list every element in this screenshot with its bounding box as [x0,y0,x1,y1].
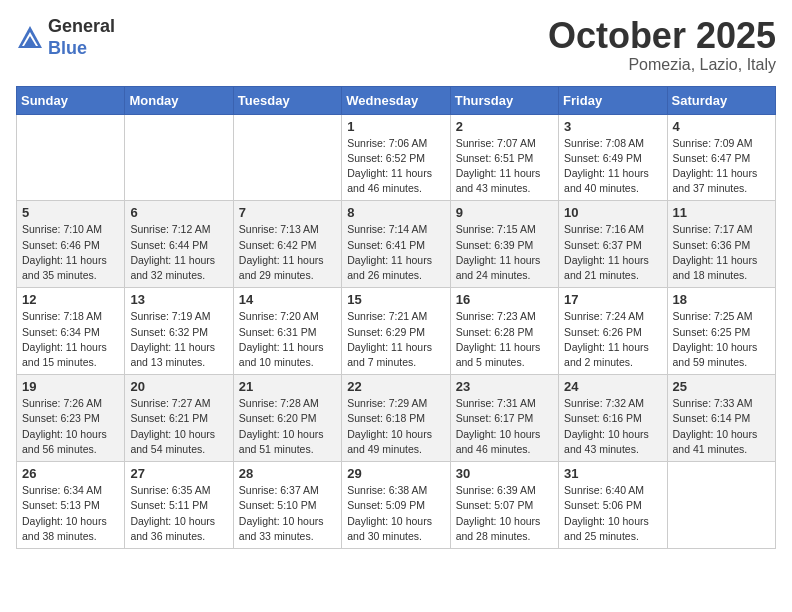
location-subtitle: Pomezia, Lazio, Italy [548,56,776,74]
day-info: Sunrise: 6:40 AMSunset: 5:06 PMDaylight:… [564,483,661,544]
day-info: Sunrise: 7:20 AMSunset: 6:31 PMDaylight:… [239,309,336,370]
weekday-header: Friday [559,86,667,114]
month-title: October 2025 [548,16,776,56]
day-number: 18 [673,292,770,307]
calendar-table: SundayMondayTuesdayWednesdayThursdayFrid… [16,86,776,549]
calendar-cell: 10Sunrise: 7:16 AMSunset: 6:37 PMDayligh… [559,201,667,288]
day-number: 31 [564,466,661,481]
day-number: 17 [564,292,661,307]
calendar-cell: 21Sunrise: 7:28 AMSunset: 6:20 PMDayligh… [233,375,341,462]
calendar-cell: 24Sunrise: 7:32 AMSunset: 6:16 PMDayligh… [559,375,667,462]
day-number: 19 [22,379,119,394]
calendar-cell: 29Sunrise: 6:38 AMSunset: 5:09 PMDayligh… [342,462,450,549]
calendar-cell: 16Sunrise: 7:23 AMSunset: 6:28 PMDayligh… [450,288,558,375]
day-info: Sunrise: 7:17 AMSunset: 6:36 PMDaylight:… [673,222,770,283]
day-info: Sunrise: 7:09 AMSunset: 6:47 PMDaylight:… [673,136,770,197]
day-info: Sunrise: 7:23 AMSunset: 6:28 PMDaylight:… [456,309,553,370]
weekday-header: Tuesday [233,86,341,114]
calendar-cell [17,114,125,201]
calendar-cell: 23Sunrise: 7:31 AMSunset: 6:17 PMDayligh… [450,375,558,462]
day-info: Sunrise: 7:10 AMSunset: 6:46 PMDaylight:… [22,222,119,283]
day-info: Sunrise: 7:21 AMSunset: 6:29 PMDaylight:… [347,309,444,370]
day-info: Sunrise: 7:06 AMSunset: 6:52 PMDaylight:… [347,136,444,197]
day-number: 7 [239,205,336,220]
calendar-week-row: 26Sunrise: 6:34 AMSunset: 5:13 PMDayligh… [17,462,776,549]
day-info: Sunrise: 7:14 AMSunset: 6:41 PMDaylight:… [347,222,444,283]
day-info: Sunrise: 7:31 AMSunset: 6:17 PMDaylight:… [456,396,553,457]
calendar-week-row: 1Sunrise: 7:06 AMSunset: 6:52 PMDaylight… [17,114,776,201]
day-number: 30 [456,466,553,481]
day-number: 11 [673,205,770,220]
day-number: 27 [130,466,227,481]
day-number: 13 [130,292,227,307]
calendar-cell: 17Sunrise: 7:24 AMSunset: 6:26 PMDayligh… [559,288,667,375]
calendar-week-row: 19Sunrise: 7:26 AMSunset: 6:23 PMDayligh… [17,375,776,462]
day-info: Sunrise: 7:13 AMSunset: 6:42 PMDaylight:… [239,222,336,283]
day-number: 1 [347,119,444,134]
day-info: Sunrise: 7:18 AMSunset: 6:34 PMDaylight:… [22,309,119,370]
logo: General Blue [16,16,115,59]
title-block: October 2025 Pomezia, Lazio, Italy [548,16,776,74]
day-info: Sunrise: 6:39 AMSunset: 5:07 PMDaylight:… [456,483,553,544]
weekday-header: Monday [125,86,233,114]
calendar-week-row: 5Sunrise: 7:10 AMSunset: 6:46 PMDaylight… [17,201,776,288]
day-number: 29 [347,466,444,481]
calendar-cell [233,114,341,201]
day-info: Sunrise: 6:37 AMSunset: 5:10 PMDaylight:… [239,483,336,544]
calendar-cell [125,114,233,201]
calendar-cell: 20Sunrise: 7:27 AMSunset: 6:21 PMDayligh… [125,375,233,462]
calendar-header-row: SundayMondayTuesdayWednesdayThursdayFrid… [17,86,776,114]
day-info: Sunrise: 7:29 AMSunset: 6:18 PMDaylight:… [347,396,444,457]
day-info: Sunrise: 7:24 AMSunset: 6:26 PMDaylight:… [564,309,661,370]
calendar-cell: 9Sunrise: 7:15 AMSunset: 6:39 PMDaylight… [450,201,558,288]
calendar-cell: 14Sunrise: 7:20 AMSunset: 6:31 PMDayligh… [233,288,341,375]
calendar-cell: 22Sunrise: 7:29 AMSunset: 6:18 PMDayligh… [342,375,450,462]
day-info: Sunrise: 7:15 AMSunset: 6:39 PMDaylight:… [456,222,553,283]
calendar-cell: 5Sunrise: 7:10 AMSunset: 6:46 PMDaylight… [17,201,125,288]
day-number: 4 [673,119,770,134]
calendar-cell: 6Sunrise: 7:12 AMSunset: 6:44 PMDaylight… [125,201,233,288]
day-number: 15 [347,292,444,307]
calendar-cell: 4Sunrise: 7:09 AMSunset: 6:47 PMDaylight… [667,114,775,201]
day-number: 6 [130,205,227,220]
day-info: Sunrise: 7:19 AMSunset: 6:32 PMDaylight:… [130,309,227,370]
logo-icon [16,24,44,52]
day-number: 26 [22,466,119,481]
day-info: Sunrise: 7:32 AMSunset: 6:16 PMDaylight:… [564,396,661,457]
day-number: 8 [347,205,444,220]
day-info: Sunrise: 7:25 AMSunset: 6:25 PMDaylight:… [673,309,770,370]
day-info: Sunrise: 7:16 AMSunset: 6:37 PMDaylight:… [564,222,661,283]
weekday-header: Saturday [667,86,775,114]
day-number: 22 [347,379,444,394]
calendar-week-row: 12Sunrise: 7:18 AMSunset: 6:34 PMDayligh… [17,288,776,375]
calendar-cell: 25Sunrise: 7:33 AMSunset: 6:14 PMDayligh… [667,375,775,462]
calendar-cell: 13Sunrise: 7:19 AMSunset: 6:32 PMDayligh… [125,288,233,375]
day-number: 25 [673,379,770,394]
day-number: 21 [239,379,336,394]
weekday-header: Sunday [17,86,125,114]
calendar-cell: 2Sunrise: 7:07 AMSunset: 6:51 PMDaylight… [450,114,558,201]
calendar-cell: 31Sunrise: 6:40 AMSunset: 5:06 PMDayligh… [559,462,667,549]
day-number: 9 [456,205,553,220]
calendar-cell: 15Sunrise: 7:21 AMSunset: 6:29 PMDayligh… [342,288,450,375]
day-number: 5 [22,205,119,220]
day-info: Sunrise: 7:26 AMSunset: 6:23 PMDaylight:… [22,396,119,457]
day-number: 2 [456,119,553,134]
calendar-cell: 19Sunrise: 7:26 AMSunset: 6:23 PMDayligh… [17,375,125,462]
day-number: 14 [239,292,336,307]
day-number: 16 [456,292,553,307]
calendar-cell: 12Sunrise: 7:18 AMSunset: 6:34 PMDayligh… [17,288,125,375]
day-info: Sunrise: 7:28 AMSunset: 6:20 PMDaylight:… [239,396,336,457]
calendar-cell: 8Sunrise: 7:14 AMSunset: 6:41 PMDaylight… [342,201,450,288]
day-info: Sunrise: 6:35 AMSunset: 5:11 PMDaylight:… [130,483,227,544]
logo-general-text: General [48,16,115,36]
logo-blue-text: Blue [48,38,87,58]
day-info: Sunrise: 7:12 AMSunset: 6:44 PMDaylight:… [130,222,227,283]
day-info: Sunrise: 7:33 AMSunset: 6:14 PMDaylight:… [673,396,770,457]
page-header: General Blue October 2025 Pomezia, Lazio… [16,16,776,74]
calendar-cell: 27Sunrise: 6:35 AMSunset: 5:11 PMDayligh… [125,462,233,549]
day-info: Sunrise: 7:07 AMSunset: 6:51 PMDaylight:… [456,136,553,197]
day-number: 23 [456,379,553,394]
calendar-cell: 26Sunrise: 6:34 AMSunset: 5:13 PMDayligh… [17,462,125,549]
day-info: Sunrise: 6:38 AMSunset: 5:09 PMDaylight:… [347,483,444,544]
